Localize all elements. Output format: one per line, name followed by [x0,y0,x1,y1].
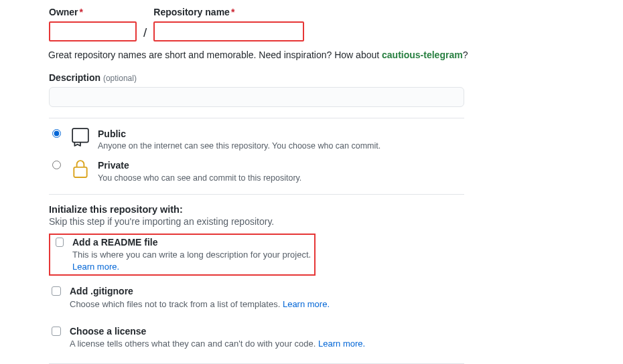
choose-license-subtitle: A license tells others what they can and… [70,338,365,350]
description-optional: (optional) [103,74,137,83]
required-asterisk: * [80,7,83,17]
add-gitignore-checkbox[interactable] [52,286,61,296]
visibility-private-subtitle: You choose who can see and commit to thi… [98,173,301,183]
separator [49,194,464,195]
visibility-public-radio[interactable] [52,129,61,138]
add-gitignore-subtitle: Choose which files not to track from a l… [70,298,330,310]
initialize-heading: Initialize this repository with: [49,204,623,215]
repo-suggestion-link[interactable]: cautious-telegram [382,50,463,60]
owner-repo-slash: / [143,25,147,44]
lock-icon [72,159,89,180]
add-readme-title: Add a README file [72,236,312,248]
choose-license-checkbox[interactable] [52,327,61,336]
owner-input[interactable] [49,21,137,41]
visibility-private-title: Private [98,159,301,171]
add-readme-subtitle: This is where you can write a long descr… [72,249,312,273]
description-label: Description (optional) [49,72,623,83]
initialize-subtitle: Skip this step if you're importing an ex… [49,216,623,227]
repo-name-input[interactable] [153,21,304,41]
add-gitignore-title: Add .gitignore [70,285,330,297]
repo-name-label-text: Repository name [153,7,230,17]
visibility-public-subtitle: Anyone on the internet can see this repo… [98,141,380,151]
svg-rect-1 [74,167,86,177]
repo-name-label: Repository name* [153,7,304,17]
svg-rect-0 [72,128,88,142]
license-learn-more-link[interactable]: Learn more. [318,339,365,349]
repo-name-hint: Great repository names are short and mem… [48,50,623,60]
readme-learn-more-link[interactable]: Learn more. [72,262,119,272]
visibility-public-title: Public [98,128,380,140]
visibility-private-radio[interactable] [52,161,61,169]
separator [49,118,464,118]
choose-license-title: Choose a license [70,325,365,337]
add-readme-checkbox[interactable] [56,238,64,247]
owner-label: Owner* [49,7,137,17]
gitignore-learn-more-link[interactable]: Learn more. [283,299,330,309]
required-asterisk: * [231,7,234,17]
owner-label-text: Owner [49,7,78,17]
repo-public-icon [72,128,89,149]
description-input[interactable] [49,87,464,107]
